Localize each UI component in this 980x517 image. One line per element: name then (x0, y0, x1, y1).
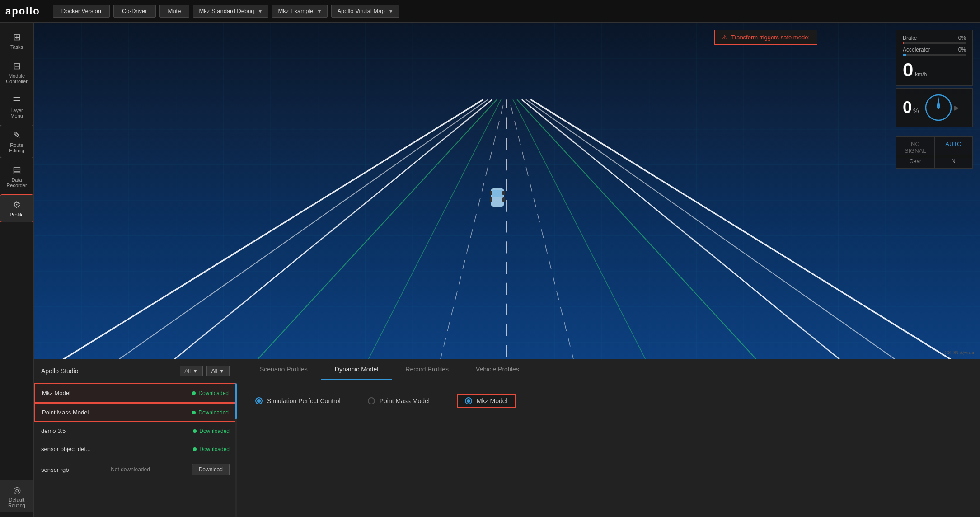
studio-item-mkz-model[interactable]: Mkz Model Downloaded (34, 383, 237, 403)
watermark: CSDN @yuar (944, 350, 975, 355)
svg-line-9 (513, 99, 655, 359)
studio-header: Apollo Studio All ▼ All ▼ (34, 359, 237, 383)
status-dot-icon (192, 391, 196, 395)
sidebar-item-label: Route Editing (9, 142, 24, 153)
main-layout: ⊞ Tasks ⊟ Module Controller ☰ Layer Menu… (0, 23, 980, 517)
svg-rect-0 (34, 23, 980, 359)
studio-item-status: Downloaded (193, 446, 230, 452)
accel-pct: 0% (958, 47, 966, 53)
download-button[interactable]: Download (192, 464, 230, 475)
safe-mode-text: Transform triggers safe mode: (731, 34, 810, 41)
mute-button[interactable]: Mute (159, 5, 190, 18)
warning-icon: ⚠ (722, 34, 727, 41)
studio-list: Mkz Model Downloaded Point Mass Model Do… (34, 383, 237, 517)
svg-line-4 (522, 99, 862, 359)
svg-line-10 (93, 99, 488, 359)
status-dot-icon (193, 447, 197, 451)
sidebar-item-label: Tasks (10, 44, 23, 50)
svg-rect-18 (490, 191, 492, 195)
status-dot-icon (192, 411, 196, 414)
svg-line-7 (517, 99, 773, 359)
svg-rect-15 (492, 190, 503, 197)
radio-sim-perfect[interactable]: Simulation Perfect Control (255, 397, 341, 404)
filter-all-2-button[interactable]: All ▼ (206, 366, 230, 376)
compass-value: 0 (903, 98, 912, 117)
speed-value: 0 (903, 59, 913, 81)
scrollbar-thumb[interactable] (235, 383, 237, 419)
accel-label: Accelerator (903, 47, 930, 53)
tab-scenario-profiles[interactable]: Scenario Profiles (246, 359, 321, 380)
module-icon: ⊟ (13, 61, 21, 71)
sidebar-item-label: Default Routing (8, 497, 25, 508)
speed-panel: Brake 0% Accelerator 0% 0 km/h (896, 30, 973, 86)
radio-label-mkz: Mkz Model (477, 397, 507, 404)
studio-item-sensor-rgb[interactable]: sensor rgb Not downloaded Download (34, 458, 237, 481)
studio-item-name: demo 3.5 (41, 428, 66, 434)
svg-line-6 (241, 99, 497, 359)
speed-unit: km/h (915, 71, 927, 78)
svg-marker-21 (937, 97, 940, 108)
no-signal-label: NO SIGNAL (905, 141, 926, 154)
studio-item-point-mass[interactable]: Point Mass Model Downloaded (34, 403, 237, 422)
profile-select[interactable]: Mkz Standard Debug▼ (193, 5, 268, 18)
studio-item-status: Not downloaded (111, 466, 150, 473)
filter-all-1-button[interactable]: All ▼ (180, 366, 203, 376)
tab-record-profiles[interactable]: Record Profiles (392, 359, 462, 380)
topbar: apollo Docker Version Co-Driver Mute Mkz… (0, 0, 980, 23)
sidebar-item-label: Layer Menu (10, 108, 23, 118)
route-icon: ✎ (13, 130, 21, 141)
brake-pct: 0% (958, 35, 966, 41)
sidebar-item-layer-menu[interactable]: ☰ Layer Menu (0, 90, 33, 123)
gear-label: Gear (909, 158, 921, 164)
radio-mkz-model[interactable]: Mkz Model (457, 394, 516, 408)
center-area: ⚠ Transform triggers safe mode: Brake 0%… (34, 23, 980, 517)
svg-line-12 (436, 99, 505, 359)
studio-item-sensor-object[interactable]: sensor object det... Downloaded (34, 440, 237, 458)
sidebar-item-route-editing[interactable]: ✎ Route Editing (0, 125, 33, 158)
bottom-panel: Apollo Studio All ▼ All ▼ Mkz Model Do (34, 359, 980, 517)
svg-rect-17 (502, 197, 505, 202)
example-select[interactable]: Mkz Example▼ (272, 5, 328, 18)
auto-label: AUTO (945, 141, 961, 147)
tab-vehicle-profiles[interactable]: Vehicle Profiles (462, 359, 533, 380)
gear-panel: Gear N (896, 155, 973, 169)
compass-unit: % (913, 107, 919, 114)
tasks-icon: ⊞ (13, 32, 21, 42)
sidebar-item-data-recorder[interactable]: ▤ Data Recorder (0, 160, 33, 193)
svg-line-11 (526, 99, 921, 359)
sidebar-item-label: Module Controller (6, 73, 28, 84)
sidebar-item-default-routing[interactable]: ◎ Default Routing (0, 480, 33, 512)
left-sidebar: ⊞ Tasks ⊟ Module Controller ☰ Layer Menu… (0, 23, 34, 517)
radio-circle-sim (255, 397, 263, 404)
svg-rect-19 (502, 191, 505, 195)
gear-value: N (952, 158, 956, 164)
studio-panel: Apollo Studio All ▼ All ▼ Mkz Model Do (34, 359, 237, 517)
svg-line-1 (34, 99, 483, 359)
radio-point-mass[interactable]: Point Mass Model (368, 397, 430, 404)
dynamic-model-options: Simulation Perfect Control Point Mass Mo… (255, 394, 962, 408)
studio-item-status: Downloaded (192, 390, 229, 396)
compass-arrow-icon: ▶ (954, 104, 959, 111)
profile-icon: ⚙ (13, 199, 21, 210)
radio-label-point: Point Mass Model (380, 397, 430, 404)
sidebar-item-profile[interactable]: ⚙ Profile (0, 194, 33, 222)
svg-rect-16 (490, 197, 492, 202)
co-driver-button[interactable]: Co-Driver (113, 5, 156, 18)
studio-item-status: Downloaded (192, 409, 229, 416)
svg-point-22 (937, 106, 940, 109)
layer-icon: ☰ (13, 95, 21, 106)
radio-label-sim: Simulation Perfect Control (267, 397, 341, 404)
docker-version-button[interactable]: Docker Version (53, 5, 110, 18)
sidebar-item-label: Data Recorder (6, 177, 27, 188)
map-view: ⚠ Transform triggers safe mode: Brake 0%… (34, 23, 980, 359)
brake-label: Brake (903, 35, 917, 41)
sidebar-item-tasks[interactable]: ⊞ Tasks (0, 27, 33, 54)
map-select[interactable]: Apollo Virutal Map▼ (331, 5, 399, 18)
tab-dynamic-model[interactable]: Dynamic Model (321, 359, 392, 380)
sidebar-item-module-controller[interactable]: ⊟ Module Controller (0, 56, 33, 89)
profiles-content: Simulation Perfect Control Point Mass Mo… (237, 380, 980, 422)
studio-item-demo35[interactable]: demo 3.5 Downloaded (34, 422, 237, 440)
radio-circle-point (368, 397, 375, 404)
studio-item-name: Mkz Model (42, 390, 70, 396)
compass-panel: 0 % ▶ (896, 88, 973, 127)
